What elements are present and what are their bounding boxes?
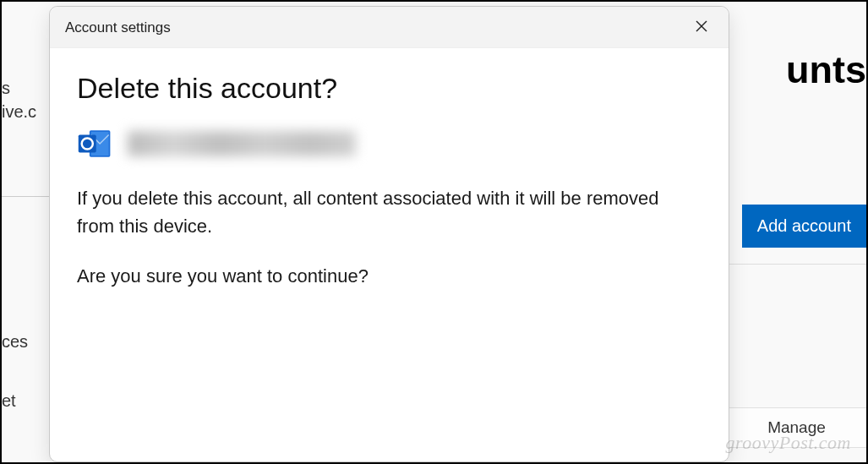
sidebar-fragment: et — [2, 386, 16, 416]
account-email-redacted — [128, 131, 356, 156]
sidebar-fragment: ces — [2, 327, 28, 357]
dialog-body: Delete this account? If you delete this … — [50, 48, 729, 461]
sidebar-fragment: ive.c — [2, 97, 36, 127]
page-title: unts — [786, 48, 866, 92]
outlook-icon — [77, 127, 112, 161]
sidebar-divider — [2, 196, 52, 197]
dialog-warning-text: If you delete this account, all content … — [77, 184, 660, 240]
account-row — [77, 127, 701, 161]
account-settings-dialog: Account settings Delete this account? If… — [49, 6, 729, 462]
dialog-heading: Delete this account? — [77, 72, 701, 105]
close-icon — [695, 19, 708, 36]
dialog-confirm-text: Are you sure you want to continue? — [77, 262, 660, 290]
dialog-title: Account settings — [65, 19, 171, 36]
manage-button[interactable]: Manage — [727, 407, 866, 448]
dialog-titlebar: Account settings — [50, 7, 729, 48]
divider — [727, 264, 866, 265]
close-button[interactable] — [690, 17, 713, 39]
add-account-button[interactable]: Add account — [742, 205, 866, 248]
